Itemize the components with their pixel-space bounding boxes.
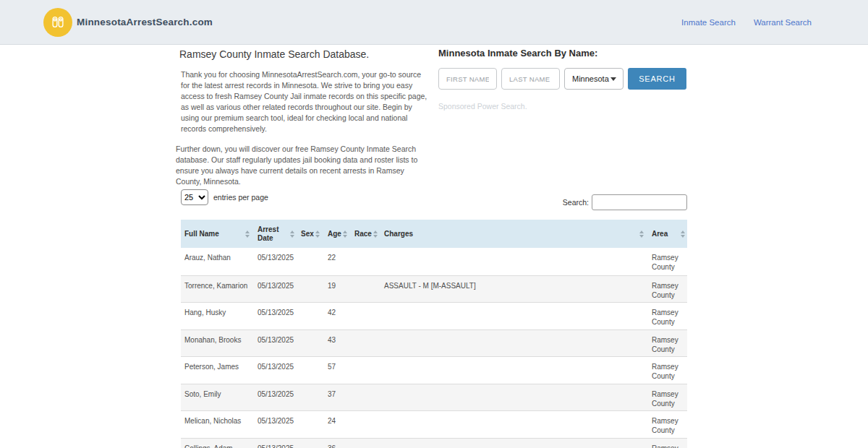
- table-search-label: Search:: [563, 198, 589, 207]
- cell-area: Ramsey County: [646, 276, 687, 300]
- nav-warrant-search[interactable]: Warrant Search: [754, 18, 812, 27]
- last-name-input[interactable]: [501, 68, 560, 90]
- column-header-charges[interactable]: Charges: [380, 220, 646, 248]
- cell-charges: [380, 357, 646, 362]
- cell-sex: [297, 439, 322, 444]
- column-label: Sex: [301, 230, 314, 238]
- intro-paragraph-1: Thank you for choosing MinnesotaArrestSe…: [181, 69, 430, 134]
- site-header: MinnesotaArrestSearch.com Inmate Search …: [0, 0, 868, 45]
- cell-sex: [297, 411, 322, 416]
- table-body: Arauz, Nathan05/13/202522Ramsey CountyTo…: [181, 248, 687, 448]
- column-header-sex[interactable]: Sex: [297, 220, 322, 248]
- page-size-select[interactable]: 25: [181, 189, 208, 205]
- sponsored-note: Sponsored Power Search.: [438, 102, 687, 111]
- sort-up-icon: [343, 231, 347, 233]
- sort-arrows-icon[interactable]: [639, 231, 644, 238]
- search-form-heading: Minnesota Inmate Search By Name:: [438, 48, 687, 59]
- cell-age: 36: [322, 439, 349, 448]
- first-name-input[interactable]: [438, 68, 497, 90]
- cell-charges: [380, 330, 646, 335]
- table-row: Soto, Emily05/13/202537Ramsey County: [181, 384, 687, 411]
- cell-sex: [297, 303, 322, 308]
- sort-down-icon: [315, 235, 320, 238]
- cell-sex: [297, 357, 322, 362]
- cell-full_name: Hang, Husky: [181, 303, 252, 317]
- cell-area: Ramsey County: [646, 384, 687, 408]
- sort-down-icon: [245, 235, 250, 238]
- brand-name: MinnesotaArrestSearch.com: [77, 17, 213, 27]
- name-search-panel: Minnesota Inmate Search By Name: Minneso…: [438, 48, 687, 111]
- cell-area: Ramsey County: [646, 411, 687, 435]
- handcuffs-icon: [43, 8, 72, 37]
- cell-race: [349, 276, 380, 281]
- sort-up-icon: [639, 231, 644, 233]
- cell-sex: [297, 384, 322, 389]
- cell-arrest_date: 05/13/2025: [252, 384, 297, 399]
- sort-down-icon: [343, 235, 347, 238]
- cell-arrest_date: 05/13/2025: [252, 303, 297, 317]
- sort-down-icon: [373, 235, 378, 238]
- table-search-input[interactable]: [592, 194, 687, 210]
- cell-race: [349, 303, 380, 308]
- cell-race: [349, 411, 380, 416]
- cell-full_name: Monahan, Brooks: [181, 330, 252, 345]
- sort-arrows-icon[interactable]: [245, 231, 250, 238]
- cell-arrest_date: 05/13/2025: [252, 439, 297, 448]
- column-label: Age: [328, 230, 341, 238]
- cell-full_name: Soto, Emily: [181, 384, 252, 399]
- cell-sex: [297, 248, 322, 253]
- sort-up-icon: [373, 231, 378, 233]
- sort-down-icon: [290, 235, 294, 238]
- table-row: Peterson, James05/13/202557Ramsey County: [181, 356, 687, 384]
- cell-full_name: Torrence, Kamarion: [181, 276, 252, 290]
- column-label: Area: [652, 230, 668, 238]
- table-row: Hang, Husky05/13/202542Ramsey County: [181, 302, 687, 329]
- search-form: Minnesota SEARCH: [438, 68, 687, 90]
- cell-arrest_date: 05/13/2025: [252, 276, 297, 290]
- column-label: Race: [354, 230, 372, 238]
- cell-area: Ramsey County: [646, 330, 687, 354]
- column-header-arrest_date[interactable]: Arrest Date: [252, 220, 297, 248]
- cell-arrest_date: 05/13/2025: [252, 411, 297, 426]
- table-row: Arauz, Nathan05/13/202522Ramsey County: [181, 248, 687, 275]
- column-header-age[interactable]: Age: [322, 220, 349, 248]
- cell-charges: ASSAULT - M [M-ASSAULT]: [380, 276, 646, 290]
- chevron-down-icon: [610, 77, 616, 81]
- table-row: Collings, Adam05/13/202536Ramsey County: [181, 438, 687, 448]
- nav-inmate-search[interactable]: Inmate Search: [681, 18, 736, 27]
- cell-area: Ramsey County: [646, 357, 687, 381]
- cell-charges: [380, 248, 646, 253]
- state-dropdown[interactable]: Minnesota: [564, 68, 624, 90]
- column-label: Full Name: [184, 230, 219, 238]
- sort-arrows-icon[interactable]: [315, 231, 320, 238]
- entries-per-page-label: entries per page: [213, 193, 268, 202]
- cell-age: 19: [322, 276, 349, 290]
- cell-area: Ramsey County: [646, 439, 687, 448]
- sort-up-icon: [681, 231, 685, 233]
- cell-age: 22: [322, 248, 349, 262]
- cell-race: [349, 248, 380, 253]
- table-row: Torrence, Kamarion05/13/202519ASSAULT - …: [181, 275, 687, 303]
- cell-full_name: Melican, Nicholas: [181, 411, 252, 426]
- search-button[interactable]: SEARCH: [628, 68, 686, 90]
- column-header-full_name[interactable]: Full Name: [181, 220, 252, 248]
- column-header-area[interactable]: Area: [646, 220, 687, 248]
- site-logo[interactable]: MinnesotaArrestSearch.com: [43, 8, 213, 37]
- sort-arrows-icon[interactable]: [290, 231, 294, 238]
- results-table-section: 25 entries per page Search: Full NameArr…: [181, 189, 687, 448]
- cell-charges: [380, 384, 646, 389]
- cell-age: 57: [322, 357, 349, 371]
- cell-age: 42: [322, 303, 349, 317]
- cell-full_name: Peterson, James: [181, 357, 252, 371]
- sort-arrows-icon[interactable]: [681, 231, 685, 238]
- column-label: Arrest Date: [258, 225, 290, 243]
- column-header-race[interactable]: Race: [349, 220, 380, 248]
- table-header-row: Full NameArrest DateSexAgeRaceChargesAre…: [181, 220, 687, 248]
- cell-full_name: Collings, Adam: [181, 439, 252, 448]
- sort-arrows-icon[interactable]: [373, 231, 378, 238]
- cell-sex: [297, 276, 322, 281]
- sort-arrows-icon[interactable]: [343, 231, 347, 238]
- cell-area: Ramsey County: [646, 303, 687, 327]
- table-search-control: Search:: [563, 194, 687, 210]
- cell-full_name: Arauz, Nathan: [181, 248, 252, 262]
